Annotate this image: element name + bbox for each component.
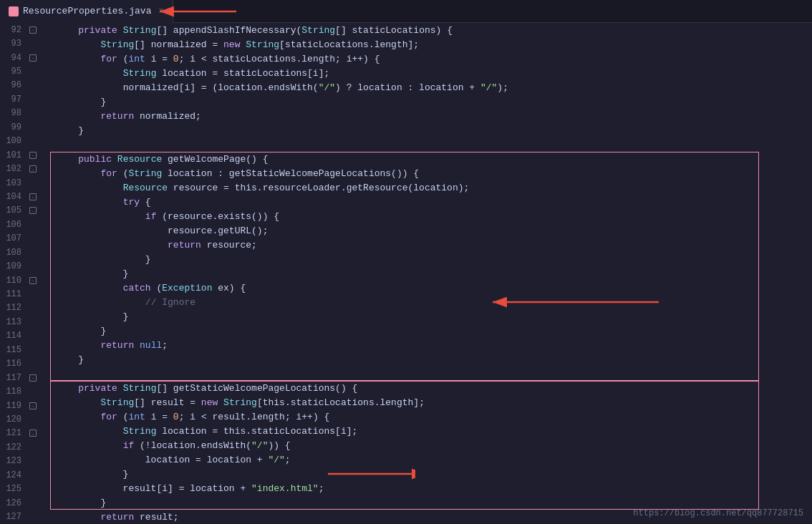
code-line: public Resource getWelcomePage() { — [56, 152, 812, 166]
code-token — [56, 397, 100, 408]
code-token: [] normalized = — [134, 39, 223, 50]
code-token: // Ignore — [145, 297, 195, 308]
fold-icon[interactable]: - — [29, 374, 37, 382]
code-token: appendSlashIfNecessary( — [168, 25, 301, 36]
file-tab[interactable]: ResourceProperties.java × — [0, 0, 173, 23]
fold-icon[interactable]: - — [29, 152, 37, 159]
code-token: ; — [162, 340, 168, 351]
code-token — [240, 39, 246, 50]
gutter-row: 96 — [0, 79, 50, 92]
code-token: location = location + — [56, 455, 268, 465]
gutter-row: 125 — [0, 482, 50, 495]
line-number: 122 — [0, 442, 27, 452]
gutter-row: 106 — [0, 218, 50, 231]
code-line: if (resource.exists()) { — [56, 209, 812, 223]
code-token: String — [123, 68, 157, 79]
code-line: return normalized; — [56, 109, 812, 123]
code-token: } — [56, 254, 151, 265]
tab-bar: ResourceProperties.java × — [0, 0, 812, 23]
gutter-row: 115 — [0, 343, 50, 356]
code-token — [56, 168, 100, 179]
fold-icon[interactable]: - — [29, 165, 37, 173]
code-token — [218, 397, 223, 408]
close-tab-button[interactable]: × — [158, 6, 163, 16]
code-token: ; i < staticLocations.length; i++) { — [179, 54, 380, 64]
code-token: resource = this.resourceLoader.getResour… — [168, 183, 469, 193]
code-token: "/" — [319, 82, 335, 93]
line-number: 105 — [0, 205, 27, 215]
code-line: } — [56, 123, 812, 137]
line-number: 108 — [0, 248, 27, 258]
gutter-row: 103 — [0, 176, 50, 190]
gutter-row: 92- — [0, 23, 50, 37]
code-line: if (!location.endsWith("/")) { — [56, 438, 812, 452]
line-number: 95 — [0, 67, 27, 77]
code-token: "/" — [251, 440, 268, 451]
gutter-row: 121- — [0, 427, 50, 440]
line-number: 127 — [0, 512, 27, 522]
line-number: 100 — [0, 136, 27, 146]
line-number: 110 — [0, 276, 27, 286]
code-area: private String[] appendSlashIfNecessary(… — [50, 23, 812, 524]
code-line: } — [56, 495, 812, 510]
fold-icon[interactable]: - — [29, 277, 37, 284]
code-token: return — [100, 111, 134, 122]
fold-icon[interactable]: - — [29, 193, 37, 200]
code-token: if — [123, 440, 135, 451]
code-token: 0 — [173, 54, 179, 64]
code-line: } — [56, 266, 812, 281]
line-number: 118 — [0, 387, 27, 397]
line-number: 104 — [0, 192, 27, 202]
line-number: 109 — [0, 261, 27, 271]
code-token — [56, 211, 145, 222]
fold-icon[interactable]: - — [29, 430, 37, 437]
code-token: resource.getURL(); — [56, 225, 268, 236]
gutter-row: 120 — [0, 412, 50, 426]
code-token: ); — [497, 82, 508, 93]
code-token: String — [246, 39, 279, 50]
line-number: 114 — [0, 331, 27, 341]
fold-icon[interactable]: - — [29, 402, 37, 409]
line-number: 107 — [0, 233, 27, 243]
code-token: (!location.endsWith( — [134, 440, 251, 451]
fold-icon[interactable]: - — [29, 26, 37, 34]
code-line: try { — [56, 195, 812, 209]
code-token: ) ? location : location + — [335, 82, 480, 93]
gutter-row: 119- — [0, 399, 50, 412]
line-number: 125 — [0, 484, 27, 494]
code-token — [56, 154, 78, 165]
code-line — [56, 137, 812, 152]
code-token — [134, 340, 140, 351]
gutter-row: 124 — [0, 468, 50, 482]
code-token: ; — [285, 455, 291, 465]
gutter-row: 122 — [0, 440, 50, 454]
tab-label: ResourceProperties.java — [23, 6, 151, 16]
gutter-row: 118 — [0, 384, 50, 398]
gutter-row: 114 — [0, 329, 50, 343]
code-token: ( — [117, 54, 129, 64]
code-line: for (String location : getStaticWelcomeP… — [56, 166, 812, 180]
line-number: 101 — [0, 150, 27, 160]
code-token: ; i < result.length; i++) { — [179, 412, 330, 422]
code-token: String — [128, 168, 162, 179]
code-token: Resource — [123, 183, 168, 193]
fold-icon[interactable]: - — [29, 207, 37, 214]
line-number: 96 — [0, 80, 27, 90]
code-token: result[i] = location + — [56, 483, 251, 494]
line-number: 123 — [0, 456, 27, 466]
code-token: normalized; — [134, 111, 201, 122]
code-token — [117, 25, 123, 36]
line-number: 121 — [0, 428, 27, 438]
code-token: } — [56, 469, 128, 480]
code-token: } — [56, 354, 84, 365]
gutter-icon: - — [27, 165, 39, 173]
line-number: 97 — [0, 94, 27, 105]
code-token: private — [78, 25, 117, 36]
code-token: i = — [145, 412, 173, 422]
code-token: int — [128, 412, 145, 422]
code-token — [56, 283, 123, 293]
fold-icon[interactable]: - — [29, 54, 37, 62]
code-line: // Ignore — [56, 295, 812, 309]
line-number: 111 — [0, 289, 27, 299]
gutter-icon: - — [27, 54, 39, 62]
